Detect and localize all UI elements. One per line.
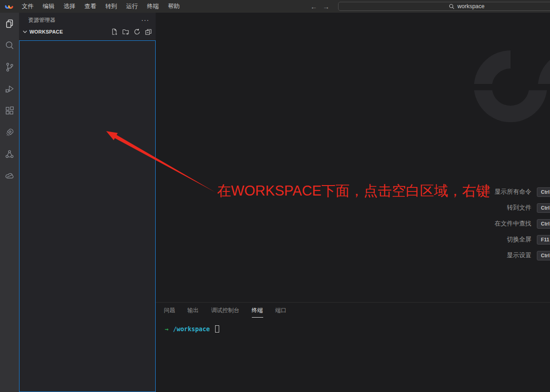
back-arrow-icon[interactable]: ← bbox=[310, 3, 317, 10]
command-center-search[interactable]: workspace bbox=[338, 2, 550, 11]
tab-ports[interactable]: 端口 bbox=[275, 305, 287, 318]
keybinding-badge: Ctrl bbox=[537, 187, 550, 197]
shortcut-label: 显示所有命令 bbox=[495, 188, 531, 196]
shortcut-label: 在文件中查找 bbox=[495, 220, 531, 228]
menu-selection[interactable]: 选择 bbox=[59, 0, 80, 13]
search-icon bbox=[449, 4, 455, 10]
keybinding-badge: Ctrl bbox=[537, 251, 550, 260]
chevron-down-icon[interactable] bbox=[21, 28, 29, 35]
shortcut-label: 显示设置 bbox=[507, 251, 531, 260]
menu-view[interactable]: 查看 bbox=[80, 0, 101, 13]
search-text: workspace bbox=[457, 3, 485, 10]
editor-area[interactable]: 显示所有命令 Ctrl 转到文件 Ctrl 在文件中查找 Ctrl 切换全屏 F… bbox=[156, 13, 550, 302]
menu-file[interactable]: 文件 bbox=[17, 0, 38, 13]
shortcut-row: 在文件中查找 Ctrl bbox=[495, 219, 550, 229]
terminal-view[interactable]: → /workspace bbox=[156, 320, 550, 333]
watermark-shortcuts: 显示所有命令 Ctrl 转到文件 Ctrl 在文件中查找 Ctrl 切换全屏 F… bbox=[495, 187, 550, 266]
terminal-cwd: /workspace bbox=[173, 325, 210, 333]
new-file-icon[interactable] bbox=[111, 28, 118, 35]
terminal-cursor bbox=[215, 325, 219, 333]
menu-go[interactable]: 转到 bbox=[101, 0, 122, 13]
shortcut-label: 切换全屏 bbox=[507, 235, 531, 244]
run-debug-icon[interactable] bbox=[0, 78, 19, 100]
shortcut-row: 切换全屏 F11 bbox=[507, 235, 550, 245]
refresh-icon[interactable] bbox=[133, 28, 141, 35]
keybinding-badge: Ctrl bbox=[537, 219, 550, 229]
collapse-all-icon[interactable] bbox=[145, 28, 152, 35]
tab-terminal[interactable]: 终端 bbox=[252, 305, 263, 318]
menu-terminal[interactable]: 终端 bbox=[142, 0, 163, 13]
title-bar: 文件 编辑 选择 查看 转到 运行 终端 帮助 ← → workspace bbox=[0, 0, 550, 13]
workspace-section-header[interactable]: WORKSPACE bbox=[19, 24, 156, 37]
shortcut-row: 显示所有命令 Ctrl bbox=[495, 187, 550, 197]
editor-group: 显示所有命令 Ctrl 转到文件 Ctrl 在文件中查找 Ctrl 切换全屏 F… bbox=[156, 13, 550, 392]
more-actions-icon[interactable]: ··· bbox=[141, 18, 149, 22]
keybinding-badge: Ctrl bbox=[537, 203, 550, 213]
annotation-text: 在WORKSPACE下面，点击空白区域，右键 bbox=[217, 181, 490, 201]
vscode-window: 文件 编辑 选择 查看 转到 运行 终端 帮助 ← → workspace bbox=[0, 0, 550, 392]
shortcut-label: 转到文件 bbox=[507, 204, 531, 212]
menu-run[interactable]: 运行 bbox=[122, 0, 142, 13]
explorer-sidebar: 资源管理器 ··· WORKSPACE bbox=[19, 13, 156, 392]
extensions-icon[interactable] bbox=[0, 100, 19, 122]
rocket-icon[interactable] bbox=[0, 122, 19, 143]
forward-arrow-icon[interactable]: → bbox=[323, 3, 329, 10]
activity-bar bbox=[0, 13, 19, 392]
explorer-icon[interactable] bbox=[0, 13, 19, 34]
sidebar-title: 资源管理器 bbox=[28, 16, 141, 24]
shortcut-row: 转到文件 Ctrl bbox=[507, 203, 550, 213]
molecule-icon[interactable] bbox=[0, 143, 19, 165]
tab-output[interactable]: 输出 bbox=[187, 305, 199, 318]
new-folder-icon[interactable] bbox=[122, 28, 129, 35]
bottom-panel: 问题 输出 调试控制台 终端 端口 → /workspace bbox=[156, 302, 550, 392]
cloud-icon[interactable] bbox=[0, 165, 19, 187]
menu-help[interactable]: 帮助 bbox=[163, 0, 184, 13]
tab-problems[interactable]: 问题 bbox=[164, 305, 175, 318]
workspace-actions bbox=[111, 28, 152, 35]
workspace-empty-area[interactable] bbox=[19, 40, 156, 392]
source-control-icon[interactable] bbox=[0, 56, 19, 78]
panel-tab-bar: 问题 输出 调试控制台 终端 端口 bbox=[156, 303, 550, 320]
menu-edit[interactable]: 编辑 bbox=[38, 0, 59, 13]
search-icon[interactable] bbox=[0, 34, 19, 56]
workspace-section-label: WORKSPACE bbox=[29, 29, 111, 34]
history-nav: ← → bbox=[310, 0, 329, 13]
sidebar-header: 资源管理器 ··· bbox=[19, 13, 156, 24]
app-watermark-icon bbox=[472, 45, 550, 127]
tab-debug-console[interactable]: 调试控制台 bbox=[211, 305, 240, 318]
app-logo-icon bbox=[4, 2, 15, 10]
terminal-prompt-arrow: → bbox=[165, 325, 168, 333]
keybinding-badge: F11 bbox=[537, 235, 550, 245]
shortcut-row: 显示设置 Ctrl bbox=[507, 250, 550, 260]
